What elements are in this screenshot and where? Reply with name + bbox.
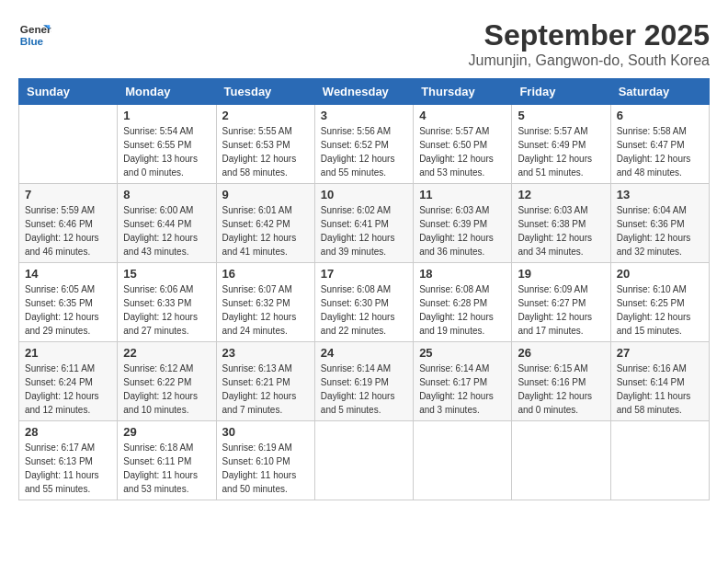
calendar-cell: 4Sunrise: 5:57 AMSunset: 6:50 PMDaylight… bbox=[414, 105, 512, 184]
day-info: Sunrise: 6:03 AMSunset: 6:38 PMDaylight:… bbox=[518, 203, 604, 259]
day-info: Sunrise: 5:57 AMSunset: 6:49 PMDaylight:… bbox=[518, 124, 604, 179]
day-info: Sunrise: 6:05 AMSunset: 6:35 PMDaylight:… bbox=[25, 282, 111, 338]
calendar-cell: 6Sunrise: 5:58 AMSunset: 6:47 PMDaylight… bbox=[610, 105, 709, 184]
calendar-body: 1Sunrise: 5:54 AMSunset: 6:55 PMDaylight… bbox=[19, 105, 710, 500]
calendar-cell: 25Sunrise: 6:14 AMSunset: 6:17 PMDayligh… bbox=[414, 342, 512, 421]
day-number: 27 bbox=[617, 346, 703, 360]
day-info: Sunrise: 6:02 AMSunset: 6:41 PMDaylight:… bbox=[321, 203, 407, 259]
calendar-cell: 10Sunrise: 6:02 AMSunset: 6:41 PMDayligh… bbox=[314, 184, 413, 263]
day-number: 23 bbox=[222, 346, 309, 360]
calendar-cell bbox=[512, 421, 610, 500]
day-number: 6 bbox=[617, 109, 703, 122]
calendar-header-monday: Monday bbox=[118, 79, 216, 105]
day-number: 18 bbox=[419, 267, 506, 281]
calendar-header-tuesday: Tuesday bbox=[216, 79, 314, 105]
day-info: Sunrise: 5:57 AMSunset: 6:50 PMDaylight:… bbox=[419, 124, 506, 179]
day-number: 2 bbox=[222, 109, 309, 122]
day-info: Sunrise: 6:00 AMSunset: 6:44 PMDaylight:… bbox=[123, 203, 210, 259]
calendar-cell: 19Sunrise: 6:09 AMSunset: 6:27 PMDayligh… bbox=[512, 263, 610, 342]
day-number: 19 bbox=[518, 267, 604, 281]
calendar-cell: 24Sunrise: 6:14 AMSunset: 6:19 PMDayligh… bbox=[314, 342, 413, 421]
calendar-cell: 15Sunrise: 6:06 AMSunset: 6:33 PMDayligh… bbox=[118, 263, 216, 342]
day-info: Sunrise: 6:15 AMSunset: 6:16 PMDaylight:… bbox=[518, 362, 604, 417]
calendar-cell: 20Sunrise: 6:10 AMSunset: 6:25 PMDayligh… bbox=[610, 263, 709, 342]
calendar-cell: 7Sunrise: 5:59 AMSunset: 6:46 PMDaylight… bbox=[19, 184, 118, 263]
calendar-cell bbox=[414, 421, 512, 500]
day-number: 11 bbox=[419, 188, 506, 201]
day-info: Sunrise: 6:04 AMSunset: 6:36 PMDaylight:… bbox=[617, 203, 703, 259]
day-number: 9 bbox=[222, 188, 309, 201]
calendar-cell: 8Sunrise: 6:00 AMSunset: 6:44 PMDaylight… bbox=[118, 184, 216, 263]
day-info: Sunrise: 6:16 AMSunset: 6:14 PMDaylight:… bbox=[617, 362, 703, 417]
calendar-cell: 29Sunrise: 6:18 AMSunset: 6:11 PMDayligh… bbox=[118, 421, 216, 500]
day-number: 12 bbox=[518, 188, 604, 201]
day-number: 17 bbox=[321, 267, 407, 281]
calendar-week-5: 28Sunrise: 6:17 AMSunset: 6:13 PMDayligh… bbox=[19, 421, 710, 500]
calendar-cell: 27Sunrise: 6:16 AMSunset: 6:14 PMDayligh… bbox=[610, 342, 709, 421]
calendar-cell: 12Sunrise: 6:03 AMSunset: 6:38 PMDayligh… bbox=[512, 184, 610, 263]
day-info: Sunrise: 5:56 AMSunset: 6:52 PMDaylight:… bbox=[321, 124, 407, 179]
page-header: General Blue September 2025 Jumunjin, Ga… bbox=[18, 18, 710, 69]
day-number: 15 bbox=[123, 267, 210, 281]
calendar-cell: 17Sunrise: 6:08 AMSunset: 6:30 PMDayligh… bbox=[314, 263, 413, 342]
calendar-week-2: 7Sunrise: 5:59 AMSunset: 6:46 PMDaylight… bbox=[19, 184, 710, 263]
day-info: Sunrise: 6:03 AMSunset: 6:39 PMDaylight:… bbox=[419, 203, 506, 259]
day-number: 4 bbox=[419, 109, 506, 122]
title-block: September 2025 Jumunjin, Gangwon-do, Sou… bbox=[469, 18, 710, 69]
day-info: Sunrise: 6:08 AMSunset: 6:28 PMDaylight:… bbox=[419, 282, 506, 338]
day-info: Sunrise: 6:08 AMSunset: 6:30 PMDaylight:… bbox=[321, 282, 407, 338]
month-title: September 2025 bbox=[469, 18, 710, 52]
location-subtitle: Jumunjin, Gangwon-do, South Korea bbox=[469, 52, 710, 69]
calendar-cell: 14Sunrise: 6:05 AMSunset: 6:35 PMDayligh… bbox=[19, 263, 118, 342]
day-info: Sunrise: 5:54 AMSunset: 6:55 PMDaylight:… bbox=[123, 124, 210, 179]
day-number: 14 bbox=[25, 267, 111, 281]
calendar-cell: 28Sunrise: 6:17 AMSunset: 6:13 PMDayligh… bbox=[19, 421, 118, 500]
calendar-header-row: SundayMondayTuesdayWednesdayThursdayFrid… bbox=[19, 79, 710, 105]
calendar-cell: 5Sunrise: 5:57 AMSunset: 6:49 PMDaylight… bbox=[512, 105, 610, 184]
day-info: Sunrise: 6:01 AMSunset: 6:42 PMDaylight:… bbox=[222, 203, 309, 259]
calendar-cell: 13Sunrise: 6:04 AMSunset: 6:36 PMDayligh… bbox=[610, 184, 709, 263]
calendar-cell: 22Sunrise: 6:12 AMSunset: 6:22 PMDayligh… bbox=[118, 342, 216, 421]
day-number: 5 bbox=[518, 109, 604, 122]
calendar-cell: 21Sunrise: 6:11 AMSunset: 6:24 PMDayligh… bbox=[19, 342, 118, 421]
day-number: 25 bbox=[419, 346, 506, 360]
day-number: 7 bbox=[25, 188, 111, 201]
calendar-cell bbox=[314, 421, 413, 500]
day-number: 1 bbox=[123, 109, 210, 122]
day-number: 21 bbox=[25, 346, 111, 360]
calendar-cell: 26Sunrise: 6:15 AMSunset: 6:16 PMDayligh… bbox=[512, 342, 610, 421]
calendar-header-wednesday: Wednesday bbox=[314, 79, 413, 105]
day-number: 30 bbox=[222, 425, 309, 439]
calendar-cell: 23Sunrise: 6:13 AMSunset: 6:21 PMDayligh… bbox=[216, 342, 314, 421]
calendar-cell: 3Sunrise: 5:56 AMSunset: 6:52 PMDaylight… bbox=[314, 105, 413, 184]
day-number: 3 bbox=[321, 109, 407, 122]
calendar-header-saturday: Saturday bbox=[610, 79, 709, 105]
calendar-cell: 11Sunrise: 6:03 AMSunset: 6:39 PMDayligh… bbox=[414, 184, 512, 263]
logo-icon: General Blue bbox=[18, 18, 51, 52]
day-info: Sunrise: 6:17 AMSunset: 6:13 PMDaylight:… bbox=[25, 441, 111, 496]
day-info: Sunrise: 6:13 AMSunset: 6:21 PMDaylight:… bbox=[222, 362, 309, 417]
day-number: 22 bbox=[123, 346, 210, 360]
logo: General Blue bbox=[18, 18, 51, 52]
calendar-cell bbox=[610, 421, 709, 500]
day-number: 28 bbox=[25, 425, 111, 439]
day-number: 8 bbox=[123, 188, 210, 201]
calendar-cell: 16Sunrise: 6:07 AMSunset: 6:32 PMDayligh… bbox=[216, 263, 314, 342]
day-info: Sunrise: 5:58 AMSunset: 6:47 PMDaylight:… bbox=[617, 124, 703, 179]
day-info: Sunrise: 6:14 AMSunset: 6:19 PMDaylight:… bbox=[321, 362, 407, 417]
calendar-week-1: 1Sunrise: 5:54 AMSunset: 6:55 PMDaylight… bbox=[19, 105, 710, 184]
calendar-cell: 30Sunrise: 6:19 AMSunset: 6:10 PMDayligh… bbox=[216, 421, 314, 500]
day-info: Sunrise: 6:10 AMSunset: 6:25 PMDaylight:… bbox=[617, 282, 703, 338]
calendar-cell bbox=[19, 105, 118, 184]
day-info: Sunrise: 6:18 AMSunset: 6:11 PMDaylight:… bbox=[123, 441, 210, 496]
calendar-header-sunday: Sunday bbox=[19, 79, 118, 105]
calendar-cell: 18Sunrise: 6:08 AMSunset: 6:28 PMDayligh… bbox=[414, 263, 512, 342]
day-info: Sunrise: 6:19 AMSunset: 6:10 PMDaylight:… bbox=[222, 441, 309, 496]
day-info: Sunrise: 6:07 AMSunset: 6:32 PMDaylight:… bbox=[222, 282, 309, 338]
day-info: Sunrise: 6:06 AMSunset: 6:33 PMDaylight:… bbox=[123, 282, 210, 338]
calendar-header-friday: Friday bbox=[512, 79, 610, 105]
calendar-table: SundayMondayTuesdayWednesdayThursdayFrid… bbox=[18, 78, 710, 500]
day-info: Sunrise: 5:59 AMSunset: 6:46 PMDaylight:… bbox=[25, 203, 111, 259]
calendar-header-thursday: Thursday bbox=[414, 79, 512, 105]
day-number: 29 bbox=[123, 425, 210, 439]
